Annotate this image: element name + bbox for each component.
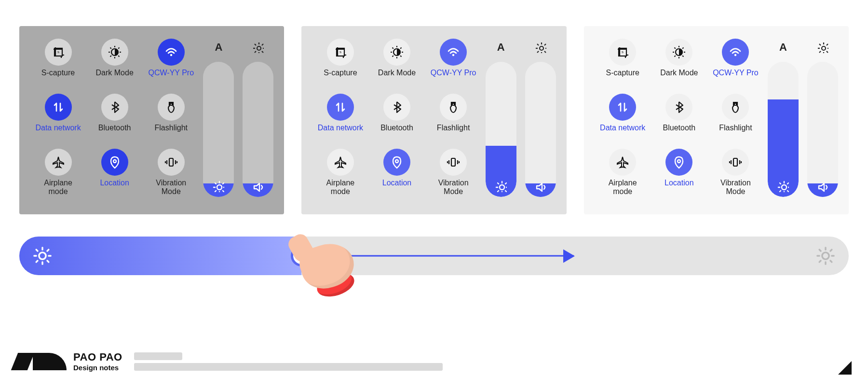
sliders: A (203, 39, 273, 202)
tile-bluetooth[interactable]: Bluetooth (651, 94, 707, 147)
vibration-icon (158, 149, 185, 176)
volume-icon (817, 181, 828, 192)
dark-mode-icon (101, 39, 128, 66)
location-icon (101, 149, 128, 176)
flashlight-icon (158, 94, 185, 121)
tile-label: Flashlight (155, 124, 188, 132)
tile-dark-mode[interactable]: Dark Mode (368, 39, 425, 92)
settings-icon[interactable] (807, 39, 838, 56)
vibration-icon (722, 149, 749, 176)
tiles-grid: S-capture Dark Mode QCW-YY Pro Data netw… (312, 39, 481, 202)
brand-title: PAO PAO (73, 351, 122, 363)
tile-label: QCW-YY Pro (149, 69, 194, 77)
brand-logo-icon (14, 353, 67, 370)
tile-wifi[interactable]: QCW-YY Pro (707, 39, 764, 92)
tile-s-capture[interactable]: S-capture (30, 39, 86, 92)
tile-flashlight[interactable]: Flashlight (143, 94, 199, 147)
control-panel-dark: S-capture Dark Mode QCW-YY Pro Data netw… (19, 26, 284, 214)
data-network-icon (45, 94, 72, 121)
sliders: A (486, 39, 556, 202)
wifi-icon (722, 39, 749, 66)
tile-label: Data network (35, 124, 81, 132)
tile-airplane[interactable]: Airplane mode (595, 149, 651, 202)
tile-s-capture[interactable]: S-capture (312, 39, 368, 92)
tile-dark-mode[interactable]: Dark Mode (86, 39, 143, 92)
tile-vibration[interactable]: Vibration Mode (707, 149, 764, 202)
tile-location[interactable]: Location (651, 149, 707, 202)
flashlight-icon (440, 94, 467, 121)
tiles-grid: S-capture Dark Mode QCW-YY Pro Data netw… (30, 39, 199, 202)
tile-label: Vibration Mode (156, 179, 186, 196)
tile-vibration[interactable]: Vibration Mode (143, 149, 199, 202)
tile-wifi[interactable]: QCW-YY Pro (143, 39, 199, 92)
sliders: A (768, 39, 838, 202)
settings-icon[interactable] (243, 39, 273, 56)
tile-airplane[interactable]: Airplane mode (30, 149, 86, 202)
tile-dark-mode[interactable]: Dark Mode (651, 39, 707, 92)
volume-icon (252, 181, 264, 192)
auto-brightness-icon[interactable]: A (203, 39, 234, 56)
volume-slider[interactable] (525, 62, 556, 197)
crop-icon (609, 39, 636, 66)
data-network-icon (609, 94, 636, 121)
tile-label: Vibration Mode (720, 179, 751, 196)
tile-label: Airplane mode (326, 179, 355, 196)
vibration-icon (440, 149, 467, 176)
airplane-icon (45, 149, 72, 176)
tile-label: QCW-YY Pro (713, 69, 759, 77)
pointing-hand-icon (291, 233, 368, 310)
tile-location[interactable]: Location (86, 149, 143, 202)
tile-label: Flashlight (719, 124, 752, 132)
tile-bluetooth[interactable]: Bluetooth (86, 94, 143, 147)
tile-label: Bluetooth (98, 124, 131, 132)
bluetooth-icon (665, 94, 692, 121)
placeholder-lines (134, 352, 443, 371)
brightness-mega-slider[interactable] (19, 237, 849, 275)
volume-slider[interactable] (807, 62, 838, 197)
bluetooth-icon (101, 94, 128, 121)
tile-vibration[interactable]: Vibration Mode (425, 149, 482, 202)
tile-label: Data network (318, 124, 363, 132)
brand-footer: PAO PAO Design notes (14, 351, 443, 372)
auto-brightness-icon[interactable]: A (486, 39, 516, 56)
tile-s-capture[interactable]: S-capture (595, 39, 651, 92)
location-icon (383, 149, 410, 176)
tiles-grid: S-capture Dark Mode QCW-YY Pro Data netw… (595, 39, 764, 202)
volume-slider[interactable] (243, 62, 273, 197)
tile-data-network[interactable]: Data network (30, 94, 86, 147)
tile-label: Airplane mode (609, 179, 637, 196)
tile-label: Flashlight (437, 124, 470, 132)
brightness-slider[interactable] (203, 62, 234, 197)
tile-data-network[interactable]: Data network (312, 94, 368, 147)
crop-icon (327, 39, 354, 66)
tile-airplane[interactable]: Airplane mode (312, 149, 368, 202)
panels-row: S-capture Dark Mode QCW-YY Pro Data netw… (0, 0, 868, 214)
tile-label: Location (665, 179, 694, 187)
auto-brightness-icon[interactable]: A (768, 39, 799, 56)
data-network-icon (327, 94, 354, 121)
tile-location[interactable]: Location (368, 149, 425, 202)
tile-wifi[interactable]: QCW-YY Pro (425, 39, 482, 92)
tile-data-network[interactable]: Data network (595, 94, 651, 147)
tile-label: Location (100, 179, 129, 187)
settings-icon[interactable] (525, 39, 556, 56)
tile-flashlight[interactable]: Flashlight (425, 94, 482, 147)
brightness-slider[interactable] (768, 62, 799, 197)
tile-label: QCW-YY Pro (431, 69, 476, 77)
dark-mode-icon (383, 39, 410, 66)
wifi-icon (158, 39, 185, 66)
tile-bluetooth[interactable]: Bluetooth (368, 94, 425, 147)
control-panel-light: S-capture Dark Mode QCW-YY Pro Data netw… (584, 26, 849, 214)
brightness-slider[interactable] (486, 62, 516, 197)
tile-flashlight[interactable]: Flashlight (707, 94, 764, 147)
tile-label: Vibration Mode (438, 179, 469, 196)
brand-subtitle: Design notes (73, 363, 122, 372)
flashlight-icon (722, 94, 749, 121)
tile-label: S-capture (41, 69, 75, 77)
airplane-icon (327, 149, 354, 176)
tile-label: S-capture (606, 69, 639, 77)
tile-label: Dark Mode (660, 69, 698, 77)
crop-icon (45, 39, 72, 66)
volume-icon (535, 181, 546, 192)
tile-label: Dark Mode (378, 69, 416, 77)
